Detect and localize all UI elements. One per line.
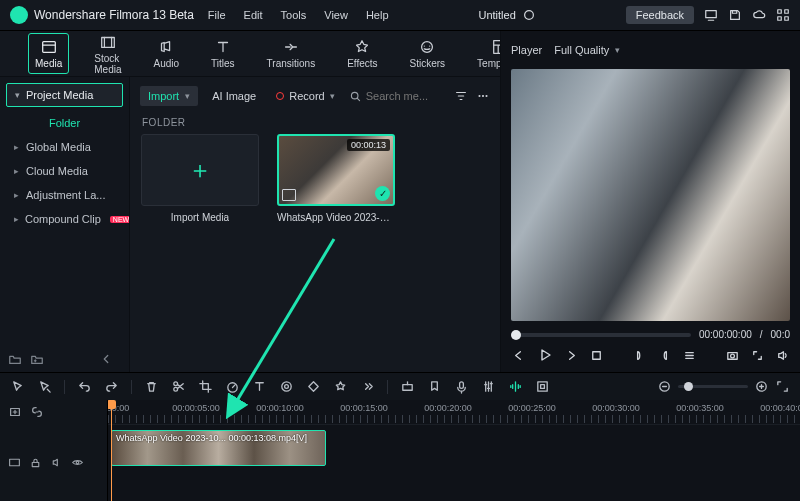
link-tracks-icon[interactable] [30, 405, 44, 419]
snapshot-icon[interactable] [725, 348, 740, 363]
tree-cloud-media[interactable]: ▸Cloud Media [0, 159, 129, 183]
mute-track-icon[interactable] [50, 456, 63, 469]
feedback-button[interactable]: Feedback [626, 6, 694, 24]
new-bin-icon[interactable] [30, 352, 44, 366]
tree-global-media[interactable]: ▸Global Media [0, 135, 129, 159]
delete-icon[interactable] [144, 379, 159, 394]
svg-point-14 [485, 95, 487, 97]
more-tools-icon[interactable] [360, 379, 375, 394]
video-preview[interactable] [511, 69, 790, 321]
tab-stickers[interactable]: Stickers [403, 33, 453, 74]
render-icon[interactable] [400, 379, 415, 394]
mark-out-icon[interactable] [657, 348, 672, 363]
zoom-slider[interactable] [678, 385, 748, 388]
timeline-tracks-area[interactable]: 00:00 00:00:05:00 00:00:10:00 00:00:15:0… [108, 400, 800, 501]
collapse-sidebar-icon[interactable] [99, 352, 113, 366]
audio-mixer-icon[interactable] [481, 379, 496, 394]
menu-edit[interactable]: Edit [244, 9, 263, 21]
video-track-lane[interactable]: WhatsApp Video 2023-10... 00:00:13:08.mp… [108, 424, 800, 470]
sidebar-footer [0, 346, 129, 372]
undo-icon[interactable] [77, 379, 92, 394]
svg-point-17 [731, 354, 735, 358]
ruler-tick: 00:00:20:00 [424, 403, 472, 413]
crop-icon[interactable] [198, 379, 213, 394]
next-frame-icon[interactable] [564, 348, 579, 363]
new-folder-icon[interactable] [8, 352, 22, 366]
ruler-tick: 00:00:05:00 [172, 403, 220, 413]
media-clip-card[interactable]: 00:00:13 ✓ WhatsApp Video 2023-10-05... [276, 134, 396, 223]
menu-view[interactable]: View [324, 9, 348, 21]
tab-media[interactable]: Media [28, 33, 69, 74]
timeline-clip[interactable]: WhatsApp Video 2023-10... 00:00:13:08.mp… [111, 430, 326, 466]
mark-in-icon[interactable] [632, 348, 647, 363]
pointer-tool-icon[interactable] [10, 379, 25, 394]
zoom-fit-icon[interactable] [775, 379, 790, 394]
import-media-card[interactable]: ＋ Import Media [140, 134, 260, 223]
more-icon[interactable] [476, 89, 490, 103]
media-browser: Import ▾ AI Image Record ▾ [130, 77, 500, 372]
zoom-out-icon[interactable] [657, 379, 672, 394]
redo-icon[interactable] [104, 379, 119, 394]
player-tab-label[interactable]: Player [511, 44, 542, 56]
video-track-header[interactable] [0, 424, 107, 501]
search-input[interactable] [366, 90, 436, 102]
app-title: Wondershare Filmora 13 Beta [34, 8, 194, 22]
tab-label: Stock Media [94, 53, 121, 75]
split-icon[interactable] [171, 379, 186, 394]
prev-frame-icon[interactable] [511, 348, 526, 363]
volume-icon[interactable] [775, 348, 790, 363]
menu-help[interactable]: Help [366, 9, 389, 21]
import-media-thumb[interactable]: ＋ [141, 134, 259, 206]
svg-rect-24 [460, 382, 464, 389]
tab-transitions[interactable]: Transitions [260, 33, 323, 74]
media-clip-thumb[interactable]: 00:00:13 ✓ [277, 134, 395, 206]
marker-icon[interactable] [427, 379, 442, 394]
cloud-icon[interactable] [752, 8, 766, 22]
progress-handle[interactable] [511, 330, 521, 340]
menu-file[interactable]: File [208, 9, 226, 21]
play-icon[interactable] [536, 346, 554, 364]
tree-compound-clip[interactable]: ▸Compound ClipNEW [0, 207, 129, 231]
lock-track-icon[interactable] [29, 456, 42, 469]
import-dropdown[interactable]: Import ▾ [140, 86, 198, 106]
timeline-ruler[interactable]: 00:00 00:00:05:00 00:00:10:00 00:00:15:0… [108, 400, 800, 424]
document-title[interactable]: Untitled [478, 9, 515, 21]
tree-adjustment-layer[interactable]: ▸Adjustment La... [0, 183, 129, 207]
tab-stock-media[interactable]: Stock Media [87, 28, 128, 80]
speed-icon[interactable] [225, 379, 240, 394]
auto-beat-icon[interactable] [508, 379, 523, 394]
record-dropdown[interactable]: Record ▾ [270, 86, 340, 106]
zoom-handle[interactable] [684, 382, 693, 391]
tab-audio[interactable]: Audio [146, 33, 186, 74]
markers-list-icon[interactable] [682, 348, 697, 363]
hide-track-icon[interactable] [71, 456, 84, 469]
voiceover-icon[interactable] [454, 379, 469, 394]
menu-tools[interactable]: Tools [281, 9, 307, 21]
text-tool-icon[interactable] [252, 379, 267, 394]
fullscreen-icon[interactable] [750, 348, 765, 363]
tree-item-label: Global Media [26, 141, 91, 153]
tab-titles[interactable]: Titles [204, 33, 242, 74]
tab-effects[interactable]: Effects [340, 33, 384, 74]
stop-icon[interactable] [589, 348, 604, 363]
zoom-in-icon[interactable] [754, 379, 769, 394]
project-media-dropdown[interactable]: ▾ Project Media [6, 83, 123, 107]
save-icon[interactable] [728, 8, 742, 22]
keyframe-icon[interactable] [306, 379, 321, 394]
search-field[interactable] [349, 90, 446, 103]
chevron-down-icon: ▾ [185, 91, 190, 101]
progress-track[interactable] [511, 333, 691, 337]
tab-label: Audio [153, 58, 179, 69]
total-timecode: 00:0 [771, 329, 790, 340]
apps-grid-icon[interactable] [776, 8, 790, 22]
playhead[interactable] [111, 400, 112, 501]
add-track-icon[interactable] [8, 405, 22, 419]
adjust-icon[interactable] [535, 379, 550, 394]
ai-image-button[interactable]: AI Image [206, 86, 262, 106]
select-tool-icon[interactable] [37, 379, 52, 394]
filter-icon[interactable] [454, 89, 468, 103]
color-icon[interactable] [279, 379, 294, 394]
preview-quality-dropdown[interactable]: Full Quality ▾ [554, 44, 620, 56]
effects-tool-icon[interactable] [333, 379, 348, 394]
desktop-icon[interactable] [704, 8, 718, 22]
